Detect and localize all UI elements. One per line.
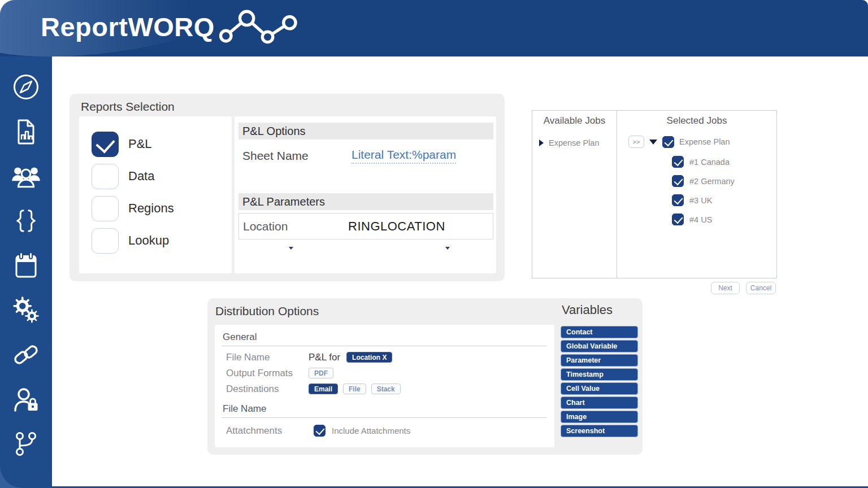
calendar-icon — [12, 251, 40, 280]
attachments-label: Attatchments — [226, 425, 307, 437]
variable-button-parameter[interactable]: Parameter — [561, 354, 638, 367]
next-button[interactable]: Next — [711, 282, 740, 294]
variable-button-chart[interactable]: Chart — [561, 396, 638, 409]
report-row-regions: Regions — [92, 195, 232, 221]
sidebar-item-parameters[interactable] — [11, 206, 41, 236]
file-name-prefix: P&L for — [309, 352, 340, 363]
report-checkbox-lookup[interactable] — [92, 228, 119, 254]
selected-jobs-title: Selected Jobs — [617, 115, 776, 127]
distribution-card: General File Name P&L for Location X Out… — [215, 325, 554, 447]
reports-list-card: P&L Data Regions Lookup — [79, 116, 232, 273]
sidebar-nav — [0, 56, 52, 488]
destinations-label: Destinations — [226, 384, 309, 395]
include-attachments-label: Include Attatchments — [332, 426, 410, 435]
location-parameter-row[interactable]: Location RINGLOCATION — [238, 213, 493, 239]
app-header: ReportWORQ — [0, 0, 868, 56]
selected-job-label: #3 UK — [689, 196, 712, 205]
report-file-icon — [12, 117, 40, 146]
sidebar-item-settings[interactable] — [11, 295, 41, 325]
sidebar-item-security[interactable] — [11, 385, 41, 414]
logo-molecule-icon — [217, 7, 302, 46]
variables-list: Contact Global Variable Parameter Timest… — [561, 326, 638, 437]
sidebar-item-contacts[interactable] — [11, 162, 41, 191]
file-name-row: File Name P&L for Location X — [226, 351, 546, 363]
report-checkbox-pl[interactable] — [92, 132, 119, 157]
location-x-chip[interactable]: Location X — [346, 352, 392, 363]
file-name-label: File Name — [226, 352, 309, 363]
pdf-chip[interactable]: PDF — [309, 368, 333, 378]
selected-job-checkbox[interactable] — [662, 136, 674, 148]
sheet-name-value-link[interactable]: Literal Text:%param — [351, 148, 456, 164]
selected-job-child-row: #3 UK — [672, 194, 712, 206]
report-checkbox-data[interactable] — [92, 164, 119, 189]
available-job-item[interactable]: Expense Plan — [539, 138, 599, 147]
selected-job-checkbox[interactable] — [672, 213, 684, 225]
sidebar-item-workflow[interactable] — [11, 429, 41, 459]
selected-job-checkbox[interactable] — [672, 156, 684, 168]
selected-job-root-row: >> Expense Plan — [628, 136, 730, 148]
pl-options-header: P&L Options — [238, 123, 493, 140]
location-label: Location — [243, 220, 348, 233]
selected-jobs-column: Selected Jobs >> Expense Plan #1 Canada … — [617, 111, 776, 278]
link-icon — [12, 341, 40, 369]
selected-job-checkbox[interactable] — [672, 175, 684, 187]
reports-selection-panel: Reports Selection P&L Data Regions Looku… — [70, 94, 505, 281]
selected-job-label: #4 US — [689, 215, 712, 224]
braces-icon — [12, 207, 40, 235]
output-formats-row: Output Formats PDF — [226, 367, 546, 379]
move-all-button[interactable]: >> — [628, 136, 644, 148]
destinations-row: Destinations Email File Stack — [226, 383, 546, 395]
selected-job-label: #1 Canada — [689, 158, 730, 167]
variables-panel: Variables Contact Global Variable Parame… — [561, 303, 638, 437]
variable-button-image[interactable]: Image — [561, 411, 638, 423]
available-job-label: Expense Plan — [549, 138, 599, 147]
user-lock-icon — [12, 386, 40, 413]
location-value: RINGLOCATION — [348, 219, 445, 234]
report-label: P&L — [128, 137, 152, 151]
collapse-triangle-icon[interactable] — [649, 140, 657, 145]
file-chip[interactable]: File — [343, 384, 366, 394]
logo-text: ReportWORQ — [41, 11, 215, 42]
available-jobs-title: Available Jobs — [532, 115, 617, 127]
report-checkbox-regions[interactable] — [92, 196, 119, 221]
variable-button-screenshot[interactable]: Screenshot — [561, 425, 638, 437]
sidebar-item-reports[interactable] — [11, 117, 41, 146]
variables-title: Variables — [562, 303, 638, 317]
cancel-button[interactable]: Cancel — [746, 282, 776, 294]
pl-parameters-header: P&L Parameters — [238, 193, 493, 210]
selected-job-label: #2 Germany — [689, 177, 735, 186]
sheet-name-label: Sheet Name — [242, 149, 351, 163]
reports-selection-title: Reports Selection — [81, 100, 175, 114]
include-attachments-checkbox[interactable] — [314, 425, 326, 437]
sidebar-item-explore[interactable] — [11, 72, 41, 102]
gears-icon — [12, 296, 40, 324]
sidebar-item-connections[interactable] — [11, 340, 41, 369]
output-formats-label: Output Formats — [226, 368, 309, 379]
distribution-options-title: Distribution Options — [215, 304, 319, 318]
selected-job-child-row: #1 Canada — [672, 156, 730, 168]
report-label: Data — [128, 169, 154, 184]
email-chip[interactable]: Email — [309, 384, 338, 394]
attachments-row: Attatchments Include Attatchments — [226, 425, 546, 437]
compass-icon — [12, 73, 40, 101]
user-group-icon — [11, 163, 41, 190]
general-section-header: General — [222, 330, 546, 346]
variable-button-timestamp[interactable]: Timestamp — [561, 368, 638, 381]
expand-triangle-icon[interactable] — [539, 140, 544, 146]
jobs-panel: Available Jobs Expense Plan Selected Job… — [532, 110, 777, 278]
stack-chip[interactable]: Stack — [371, 384, 401, 394]
sidebar-item-schedule[interactable] — [11, 251, 41, 280]
git-branch-icon — [12, 430, 40, 458]
selected-job-child-row: #4 US — [672, 213, 712, 225]
app-logo: ReportWORQ — [41, 7, 302, 46]
variable-button-cell-value[interactable]: Cell Value — [561, 382, 638, 395]
caret-down-marker — [289, 247, 293, 250]
selected-job-checkbox[interactable] — [672, 194, 684, 206]
report-row-lookup: Lookup — [92, 228, 232, 254]
app-window: ReportWORQ — [0, 0, 868, 488]
available-jobs-column: Available Jobs Expense Plan — [532, 111, 617, 278]
variable-button-global-variable[interactable]: Global Variable — [561, 340, 638, 352]
selected-job-label: Expense Plan — [679, 137, 730, 146]
variable-button-contact[interactable]: Contact — [561, 326, 638, 338]
selected-job-child-row: #2 Germany — [672, 175, 735, 187]
